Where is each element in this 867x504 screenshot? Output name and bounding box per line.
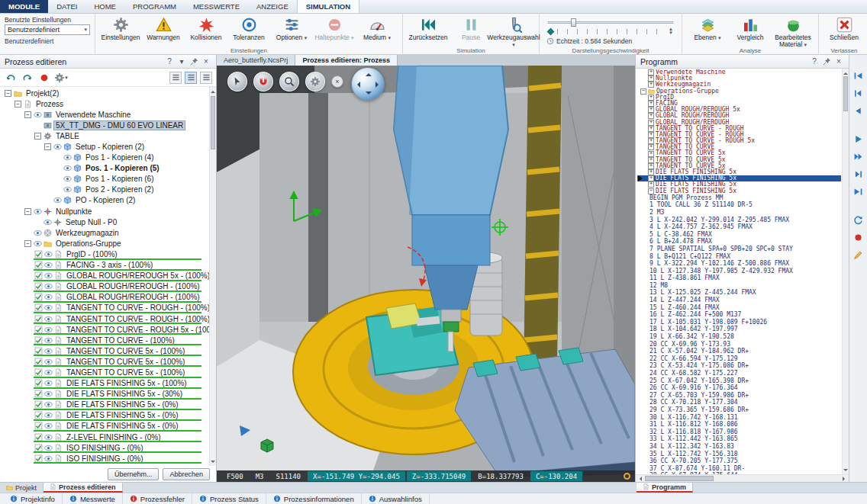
nc-line[interactable]: 34 L X-112.342 Y-163.83 xyxy=(637,443,841,451)
operation-item[interactable]: TANGENT TO CURVE - ROUGH - (100%) xyxy=(0,313,209,324)
view-mode-tree-button[interactable] xyxy=(200,72,212,84)
nc-line[interactable]: 3 L X-242.042 Y-299.014 Z-295.485 FMAX xyxy=(637,217,841,224)
nc-line[interactable]: 13 L X-125.025 Z-445.244 FMAX xyxy=(637,289,841,297)
nc-line[interactable]: 21 C X-57.042 Y-184.962 DR+ xyxy=(637,348,841,355)
expand-toggle[interactable]: − xyxy=(648,188,654,194)
ribbon-button-haltepunkte[interactable]: Haltepunkte ▾ xyxy=(313,15,356,46)
ribbon-tab-messwerte[interactable]: MESSWERTE xyxy=(185,0,248,13)
close-overlay-button[interactable]: × xyxy=(331,75,343,88)
nc-line[interactable]: 5 L C-38.462 FMAX xyxy=(637,231,841,239)
view-mode-list-button[interactable] xyxy=(169,72,182,84)
tree-item[interactable]: Pos. 1 - Kopieren (5) xyxy=(0,163,209,174)
nc-line[interactable]: 18 L X-104.642 Y-197.997 xyxy=(637,326,841,333)
document-tab-prozess-editieren-prozess[interactable]: Prozess editieren: Prozess xyxy=(295,55,398,66)
help-button[interactable]: ? xyxy=(164,56,175,67)
ribbon-tab-module[interactable]: MODULE xyxy=(0,0,48,13)
tree-item[interactable]: −Verwendete Maschine xyxy=(0,109,209,120)
apply-button[interactable]: Übernehm... xyxy=(108,468,160,480)
scroll-up-icon[interactable] xyxy=(843,69,849,75)
machine-simulation-canvas[interactable] xyxy=(217,66,635,482)
operation-item[interactable]: Z-LEVEL FINISHING - (0%) xyxy=(0,432,209,442)
nc-line[interactable]: 31 L X-116.812 Y-168.086 xyxy=(637,421,841,429)
ribbon-button-einstellungen[interactable]: Einstellungen xyxy=(99,15,142,46)
sim-skip-to-end-button[interactable] xyxy=(852,185,865,198)
document-tab-aero-butterfly-ncsprj[interactable]: Aero_butterfly.NcsPrj xyxy=(217,55,295,66)
nav-forward-button[interactable] xyxy=(21,71,34,85)
nc-line[interactable]: 17 L X-105.031 Y-198.089 F+10026 xyxy=(637,319,841,326)
program-hscrollbar[interactable] xyxy=(636,474,849,482)
ribbon-button-pause[interactable]: Pause xyxy=(450,15,492,46)
operation-item[interactable]: DIE FLATS FINISHING 5x - (0%) xyxy=(0,400,209,410)
ribbon-tab-anzeige[interactable]: ANZEIGE xyxy=(248,0,297,13)
tree-settings-button[interactable]: ▾ xyxy=(54,71,68,85)
ribbon-button-kollisionen[interactable]: Kollisionen xyxy=(185,15,227,46)
close-panel-button[interactable]: × xyxy=(201,56,211,67)
used-settings-dropdown[interactable]: Benutzerdefiniert ▾ xyxy=(5,24,90,35)
nc-line[interactable]: 36 CC X-70.205 Y-177.375 xyxy=(637,457,841,465)
operation-item[interactable]: TANGENT TO CURVE 5x - (100%) xyxy=(0,356,209,367)
machine-3d-view[interactable]: × F500M3S11140X=-151.749 Y=-294.045Z=-33… xyxy=(217,66,635,482)
scrollbar-thumb[interactable] xyxy=(211,96,215,149)
nc-line[interactable]: 27 C X-65.703 Y-159.986 DR+ xyxy=(637,392,841,400)
operation-item[interactable]: TANGENT TO CURVE 5x - (100%) xyxy=(0,345,209,356)
operation-item[interactable]: DIE FLATS FINISHING 5x - (100%) xyxy=(0,378,209,389)
operation-item[interactable]: TANGENT TO CURVE - (100%) xyxy=(0,335,209,345)
ribbon-button-schlie-en[interactable]: Schließen xyxy=(823,15,865,46)
tree-item[interactable]: Pos 1 - Kopieren (6) xyxy=(0,174,209,185)
nc-line[interactable]: 15 L Z-460.244 FMAX xyxy=(637,304,841,312)
tree-item[interactable]: −Operations-Gruppe xyxy=(0,238,209,249)
nc-line[interactable]: 19 L X-66.342 Y-190.528 xyxy=(637,333,841,341)
ribbon-button-zur-cksetzen[interactable]: Zurücksetzen xyxy=(407,15,450,46)
statusbar-item-prozess-status[interactable]: Prozess Status xyxy=(192,493,266,504)
nc-line[interactable]: 2 M3 xyxy=(637,209,841,217)
nc-line[interactable]: 33 L X-112.442 Y-163.865 xyxy=(637,435,841,443)
scroll-up-icon[interactable] xyxy=(210,87,216,94)
expand-toggle[interactable]: − xyxy=(24,240,31,247)
sim-skip-to-start-button[interactable] xyxy=(852,69,865,82)
nc-line[interactable]: 12 M8 xyxy=(637,282,841,290)
nc-line[interactable]: 1 TOOL CALL 36 Z S11140 DR-5 xyxy=(637,201,841,209)
nc-line[interactable]: 25 C X-67.042 Y-165.398 DR+ xyxy=(637,377,841,385)
expand-toggle[interactable]: − xyxy=(5,90,11,97)
scroll-down-icon[interactable] xyxy=(843,467,849,474)
operation-item[interactable]: FACING - 3 axis - (100%) xyxy=(0,260,209,271)
close-panel-button[interactable]: × xyxy=(833,56,844,67)
tree-item[interactable]: −Nullpunkte xyxy=(0,206,209,217)
ribbon-tab-simulation[interactable]: SIMULATION xyxy=(297,0,359,13)
nc-line[interactable]: 30 L X-116.742 Y-168.131 xyxy=(637,414,841,422)
nc-line[interactable]: 6 L B+24.478 FMAX xyxy=(637,238,841,246)
ribbon-button-medium[interactable]: Medium ▾ xyxy=(356,15,398,46)
expand-toggle[interactable]: − xyxy=(34,133,41,140)
ribbon-tab-datei[interactable]: DATEI xyxy=(48,0,85,13)
scroll-left-icon[interactable] xyxy=(636,475,643,482)
ribbon-button-vergleich[interactable]: Vergleich xyxy=(729,15,772,46)
sim-step-forward-button[interactable] xyxy=(852,167,865,181)
operation-item[interactable]: TANGENT TO CURVE - ROUGH 5x - (100%) xyxy=(0,324,209,335)
tree-item[interactable]: Werkzeugmagazin xyxy=(0,227,209,238)
zoom-mode-button[interactable] xyxy=(279,72,299,91)
bottom-tab-projekt[interactable]: Projekt xyxy=(0,483,44,493)
nc-line[interactable]: 32 L X-116.818 Y-167.986 xyxy=(637,429,841,436)
nc-line[interactable]: 4 L X-244.757 Z-362.945 FMAX xyxy=(637,223,841,231)
nc-line[interactable]: 7 PLANE SPATIAL SPA+0 SPB+20 SPC+0 STAY xyxy=(637,246,841,253)
ribbon-button-werkzeugauswahl[interactable]: Werkzeugauswahl ▾ xyxy=(492,15,535,48)
view-navigation-sphere[interactable] xyxy=(351,67,385,101)
nc-line[interactable]: 23 C X-53.424 Y-175.086 DR+ xyxy=(637,362,841,370)
nc-line[interactable]: 35 L X-112.742 Y-156.318 xyxy=(637,451,841,458)
scrollbar-thumb[interactable] xyxy=(645,476,714,481)
expand-toggle[interactable]: − xyxy=(15,101,21,108)
bottom-tab-programm[interactable]: Programm xyxy=(637,483,693,493)
expand-toggle[interactable]: − xyxy=(24,208,31,215)
bottom-tab-prozess-editieren[interactable]: Prozess editieren xyxy=(44,483,123,493)
nc-line[interactable]: 20 CC X-69.96 Y-173.93 xyxy=(637,341,841,348)
help-button[interactable]: ? xyxy=(809,56,820,67)
sim-play-backward-button[interactable] xyxy=(852,104,865,117)
operation-item[interactable]: PrgID - (100%) xyxy=(0,249,209,259)
view-options-button[interactable] xyxy=(305,72,325,91)
operation-item[interactable]: GLOBAL ROUGH/REROUGH 5x - (100%) xyxy=(0,271,209,281)
nc-line[interactable]: 10 L X-127.348 Y-197.985 Z-429.932 FMAX xyxy=(637,268,841,275)
tree-item[interactable]: −Prozess xyxy=(0,98,209,109)
tree-item[interactable]: −Setup - Kopieren (2) xyxy=(0,141,209,152)
expand-toggle[interactable]: − xyxy=(44,143,51,150)
snap-mode-button[interactable] xyxy=(253,72,273,91)
